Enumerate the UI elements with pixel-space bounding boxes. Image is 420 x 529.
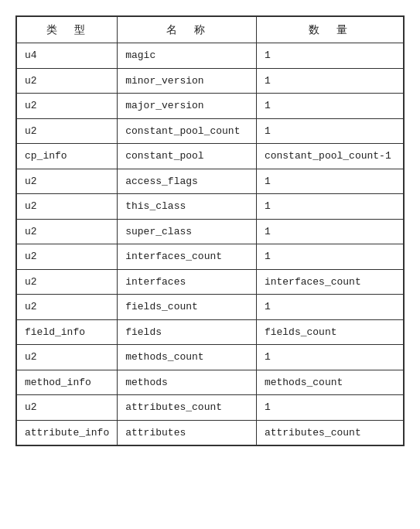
table-header-row: 类 型 名 称 数 量 bbox=[17, 17, 404, 43]
cell-type: u2 bbox=[17, 169, 118, 194]
class-structure-table: 类 型 名 称 数 量 u4magic1u2minor_version1u2ma… bbox=[15, 15, 405, 446]
cell-count: 1 bbox=[256, 169, 403, 194]
cell-count: 1 bbox=[256, 94, 403, 119]
cell-type: u2 bbox=[17, 118, 118, 144]
table-row: u2fields_count1 bbox=[17, 295, 404, 320]
cell-type: u2 bbox=[17, 244, 118, 270]
cell-name: major_version bbox=[118, 94, 257, 119]
cell-type: u2 bbox=[17, 269, 118, 295]
cell-type: method_info bbox=[17, 370, 118, 395]
header-name: 名 称 bbox=[118, 17, 257, 43]
cell-name: this_class bbox=[118, 194, 257, 220]
cell-count: 1 bbox=[256, 345, 403, 370]
cell-name: constant_pool bbox=[118, 144, 257, 169]
cell-name: interfaces_count bbox=[118, 244, 257, 270]
cell-name: super_class bbox=[118, 219, 257, 244]
cell-count: 1 bbox=[256, 295, 403, 320]
cell-name: minor_version bbox=[118, 68, 257, 94]
cell-count: constant_pool_count-1 bbox=[256, 144, 403, 169]
cell-count: methods_count bbox=[256, 370, 403, 395]
header-type: 类 型 bbox=[17, 17, 118, 43]
cell-count: fields_count bbox=[256, 319, 403, 345]
cell-type: u2 bbox=[17, 345, 118, 370]
header-count: 数 量 bbox=[256, 17, 403, 43]
cell-name: constant_pool_count bbox=[118, 118, 257, 144]
cell-name: attributes bbox=[118, 420, 257, 445]
table-row: u2interfacesinterfaces_count bbox=[17, 269, 404, 295]
table-row: u2constant_pool_count1 bbox=[17, 118, 404, 144]
cell-name: interfaces bbox=[118, 269, 257, 295]
cell-type: u2 bbox=[17, 68, 118, 94]
cell-type: field_info bbox=[17, 319, 118, 345]
cell-type: u2 bbox=[17, 94, 118, 119]
table-row: u2minor_version1 bbox=[17, 68, 404, 94]
table-row: u2super_class1 bbox=[17, 219, 404, 244]
cell-count: 1 bbox=[256, 395, 403, 421]
table-row: u2methods_count1 bbox=[17, 345, 404, 370]
cell-name: attributes_count bbox=[118, 395, 257, 421]
cell-count: 1 bbox=[256, 68, 403, 94]
cell-name: magic bbox=[118, 43, 257, 69]
cell-count: 1 bbox=[256, 219, 403, 244]
table-row: cp_infoconstant_poolconstant_pool_count-… bbox=[17, 144, 404, 169]
table-row: u2interfaces_count1 bbox=[17, 244, 404, 270]
table-row: u2attributes_count1 bbox=[17, 395, 404, 421]
table-row: field_infofieldsfields_count bbox=[17, 319, 404, 345]
cell-count: attributes_count bbox=[256, 420, 403, 445]
cell-type: u2 bbox=[17, 295, 118, 320]
cell-name: fields_count bbox=[118, 295, 257, 320]
cell-count: 1 bbox=[256, 194, 403, 220]
cell-count: 1 bbox=[256, 244, 403, 270]
table-row: method_infomethodsmethods_count bbox=[17, 370, 404, 395]
cell-count: 1 bbox=[256, 43, 403, 69]
cell-type: u2 bbox=[17, 395, 118, 421]
table-row: u4magic1 bbox=[17, 43, 404, 69]
cell-name: fields bbox=[118, 319, 257, 345]
table-row: u2access_flags1 bbox=[17, 169, 404, 194]
cell-type: u4 bbox=[17, 43, 118, 69]
cell-name: methods_count bbox=[118, 345, 257, 370]
cell-name: methods bbox=[118, 370, 257, 395]
table-row: u2this_class1 bbox=[17, 194, 404, 220]
cell-type: cp_info bbox=[17, 144, 118, 169]
cell-type: attribute_info bbox=[17, 420, 118, 445]
cell-name: access_flags bbox=[118, 169, 257, 194]
cell-count: interfaces_count bbox=[256, 269, 403, 295]
cell-count: 1 bbox=[256, 118, 403, 144]
cell-type: u2 bbox=[17, 219, 118, 244]
cell-type: u2 bbox=[17, 194, 118, 220]
table-row: u2major_version1 bbox=[17, 94, 404, 119]
table-row: attribute_infoattributesattributes_count bbox=[17, 420, 404, 445]
